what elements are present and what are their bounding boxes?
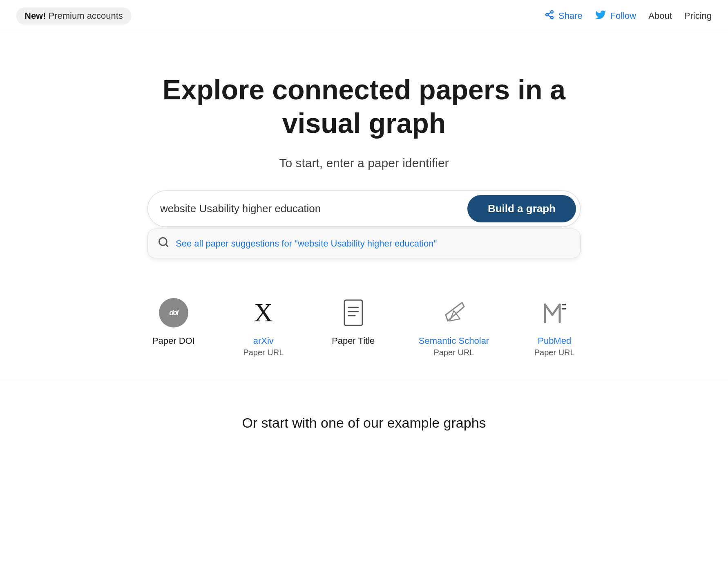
- search-dropdown: See all paper suggestions for "website U…: [147, 229, 581, 258]
- follow-link[interactable]: Follow: [595, 9, 636, 23]
- identifier-pubmed[interactable]: PubMed Paper URL: [530, 296, 579, 357]
- search-input[interactable]: [160, 199, 467, 218]
- example-section: Or start with one of our example graphs: [0, 382, 728, 464]
- pricing-link[interactable]: Pricing: [684, 11, 712, 21]
- svg-line-4: [548, 13, 551, 14]
- semantic-sublabel: Paper URL: [434, 348, 474, 357]
- search-box: Build a graph: [147, 191, 581, 227]
- svg-line-12: [545, 305, 552, 315]
- svg-line-13: [552, 305, 560, 315]
- example-title: Or start with one of our example graphs: [16, 415, 712, 431]
- about-link[interactable]: About: [648, 11, 672, 21]
- semantic-label: Semantic Scholar: [419, 336, 489, 346]
- header: New! Premium accounts Share: [0, 0, 728, 32]
- hero-section: Explore connected papers in a visual gra…: [0, 32, 728, 251]
- identifier-section: doi Paper DOI X arXiv Paper URL Paper Ti…: [0, 264, 728, 382]
- hero-title: Explore connected papers in a visual gra…: [139, 73, 589, 140]
- arxiv-sublabel: Paper URL: [243, 348, 284, 357]
- share-icon: [545, 10, 554, 22]
- header-left: New! Premium accounts: [16, 7, 131, 25]
- share-link[interactable]: Share: [545, 10, 583, 22]
- doi-icon: doi: [157, 296, 190, 329]
- svg-line-3: [548, 16, 551, 17]
- identifier-doi[interactable]: doi Paper DOI: [149, 296, 198, 346]
- follow-label: Follow: [610, 11, 636, 21]
- svg-line-6: [165, 244, 167, 247]
- premium-badge[interactable]: New! Premium accounts: [16, 7, 131, 25]
- svg-rect-7: [344, 300, 362, 325]
- badge-text: Premium accounts: [49, 11, 123, 21]
- search-container: Build a graph See all paper suggestions …: [147, 191, 581, 227]
- semantic-scholar-icon: [438, 296, 470, 329]
- suggestion-text[interactable]: See all paper suggestions for "website U…: [176, 238, 437, 249]
- paper-title-icon: [337, 296, 370, 329]
- arxiv-icon: X: [247, 296, 280, 329]
- identifier-semantic[interactable]: Semantic Scholar Paper URL: [419, 296, 489, 357]
- search-dropdown-icon: [158, 236, 169, 251]
- doi-label: Paper DOI: [152, 336, 195, 346]
- paper-title-label: Paper Title: [332, 336, 375, 346]
- identifier-title[interactable]: Paper Title: [329, 296, 378, 346]
- hero-subtitle: To start, enter a paper identifier: [279, 156, 449, 170]
- arxiv-label: arXiv: [253, 336, 274, 346]
- pubmed-sublabel: Paper URL: [534, 348, 575, 357]
- pubmed-label: PubMed: [538, 336, 571, 346]
- identifier-arxiv[interactable]: X arXiv Paper URL: [239, 296, 288, 357]
- pubmed-icon: [538, 296, 571, 329]
- build-graph-button[interactable]: Build a graph: [467, 195, 576, 222]
- share-label: Share: [558, 11, 583, 21]
- new-label: New!: [25, 11, 46, 21]
- twitter-icon: [595, 9, 606, 23]
- header-right: Share Follow About Pricing: [545, 9, 712, 23]
